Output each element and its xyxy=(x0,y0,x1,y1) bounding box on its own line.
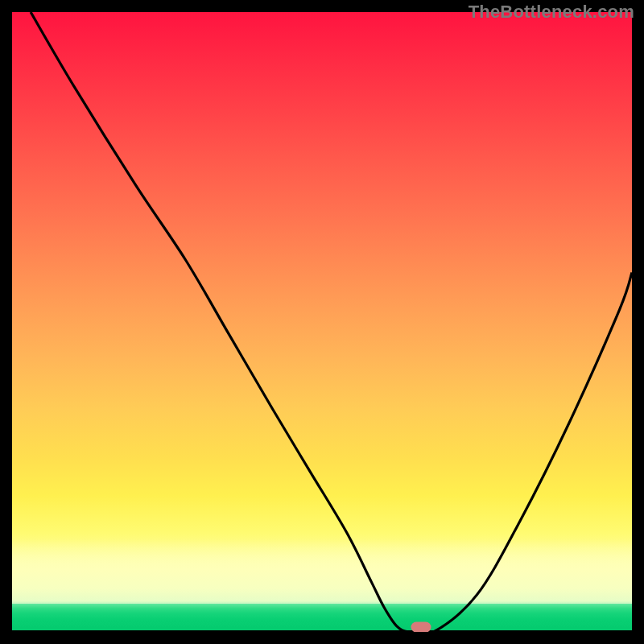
watermark-text: TheBottleneck.com xyxy=(469,2,634,23)
bottleneck-curve xyxy=(12,12,632,632)
optimum-marker xyxy=(411,621,431,632)
curve-path xyxy=(31,12,632,632)
plot-area xyxy=(12,12,632,632)
chart-frame: TheBottleneck.com xyxy=(0,0,644,644)
